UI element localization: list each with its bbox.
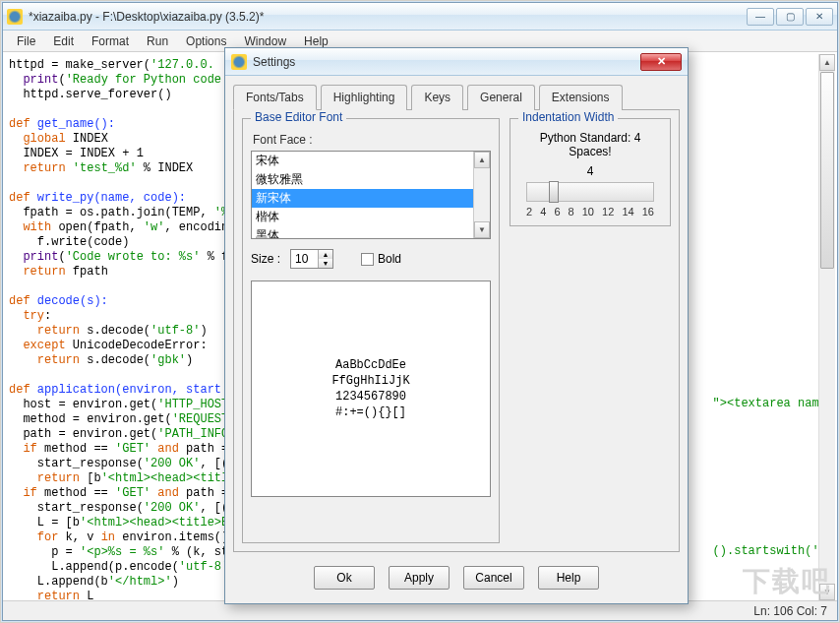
dialog-title: Settings bbox=[253, 55, 640, 69]
window-controls: — ▢ ✕ bbox=[747, 8, 833, 26]
tab-keys[interactable]: Keys bbox=[411, 85, 463, 110]
settings-tabs: Fonts/Tabs Highlighting Keys General Ext… bbox=[225, 76, 688, 109]
scroll-up-icon[interactable]: ▲ bbox=[819, 54, 835, 71]
dialog-close-button[interactable]: ✕ bbox=[640, 53, 682, 71]
scroll-down-icon[interactable]: ▼ bbox=[474, 221, 490, 238]
listbox-scrollbar[interactable]: ▲ ▼ bbox=[473, 152, 490, 238]
ok-button[interactable]: Ok bbox=[314, 566, 375, 590]
spin-down-icon[interactable]: ▼ bbox=[319, 259, 332, 268]
font-option-3[interactable]: 楷体 bbox=[252, 208, 490, 226]
bold-label: Bold bbox=[378, 252, 401, 266]
size-value: 10 bbox=[295, 252, 308, 266]
indentation-width-group: Indentation Width Python Standard: 4 Spa… bbox=[510, 118, 671, 226]
window-close-button[interactable]: ✕ bbox=[806, 8, 833, 26]
apply-button[interactable]: Apply bbox=[389, 566, 450, 590]
tab-panel-fonts: Base Editor Font Font Face : 宋体 微软雅黑 新宋体… bbox=[233, 109, 680, 552]
size-spinner[interactable]: 10 ▲▼ bbox=[290, 249, 333, 269]
indent-group-legend: Indentation Width bbox=[518, 110, 618, 124]
code-fragment-right-2: ().startswith('ap bbox=[713, 544, 833, 559]
indent-caption: Python Standard: 4 Spaces! bbox=[518, 131, 662, 158]
slider-ticks: 2 4 6 8 10 12 14 16 bbox=[526, 206, 654, 218]
indent-slider[interactable] bbox=[526, 182, 654, 202]
size-row: Size : 10 ▲▼ Bold bbox=[251, 249, 491, 269]
help-button[interactable]: Help bbox=[538, 566, 599, 590]
tab-extensions[interactable]: Extensions bbox=[539, 85, 623, 110]
settings-dialog: Settings ✕ Fonts/Tabs Highlighting Keys … bbox=[224, 47, 689, 604]
code-fragment-right-1: "><textarea name= bbox=[713, 397, 833, 411]
scroll-down-icon[interactable]: ▼ bbox=[819, 584, 835, 600]
menu-run[interactable]: Run bbox=[139, 32, 176, 50]
cancel-button[interactable]: Cancel bbox=[463, 566, 524, 590]
menu-edit[interactable]: Edit bbox=[45, 32, 82, 50]
dialog-button-row: Ok Apply Cancel Help bbox=[225, 560, 688, 599]
size-label: Size : bbox=[251, 252, 280, 266]
slider-thumb[interactable] bbox=[549, 181, 559, 203]
font-face-listbox[interactable]: 宋体 微软雅黑 新宋体 楷体 黑体 ▲ ▼ bbox=[251, 151, 491, 239]
python-icon bbox=[7, 9, 23, 25]
dialog-titlebar: Settings ✕ bbox=[225, 48, 688, 76]
font-option-0[interactable]: 宋体 bbox=[252, 152, 490, 170]
python-icon bbox=[231, 54, 247, 70]
window-title: *xiazaiba.py - F:\Desktop\xiazaiba.py (3… bbox=[29, 10, 747, 24]
tab-general[interactable]: General bbox=[467, 85, 535, 110]
minimize-button[interactable]: — bbox=[747, 8, 774, 26]
editor-vertical-scrollbar[interactable]: ▲ ▼ bbox=[818, 54, 835, 600]
tab-highlighting[interactable]: Highlighting bbox=[321, 85, 408, 110]
base-editor-font-group: Base Editor Font Font Face : 宋体 微软雅黑 新宋体… bbox=[242, 118, 500, 543]
font-option-4[interactable]: 黑体 bbox=[252, 226, 490, 239]
spin-up-icon[interactable]: ▲ bbox=[319, 250, 332, 259]
maximize-button[interactable]: ▢ bbox=[776, 8, 804, 26]
font-face-label: Font Face : bbox=[253, 133, 491, 147]
scroll-thumb[interactable] bbox=[820, 72, 834, 269]
font-option-1[interactable]: 微软雅黑 bbox=[252, 170, 490, 189]
tab-fonts[interactable]: Fonts/Tabs bbox=[233, 85, 317, 110]
font-preview: AaBbCcDdEe FfGgHhIiJjK 1234567890 #:+=()… bbox=[251, 280, 491, 497]
menu-format[interactable]: Format bbox=[84, 32, 137, 50]
titlebar: *xiazaiba.py - F:\Desktop\xiazaiba.py (3… bbox=[3, 3, 837, 31]
checkbox-box-icon[interactable] bbox=[361, 253, 374, 266]
font-group-legend: Base Editor Font bbox=[251, 110, 346, 124]
cursor-position: Ln: 106 Col: 7 bbox=[753, 604, 827, 618]
bold-checkbox[interactable]: Bold bbox=[361, 252, 401, 266]
font-option-2[interactable]: 新宋体 bbox=[252, 189, 490, 208]
scroll-up-icon[interactable]: ▲ bbox=[474, 152, 490, 168]
menu-file[interactable]: File bbox=[9, 32, 43, 50]
indent-value: 4 bbox=[518, 164, 662, 178]
